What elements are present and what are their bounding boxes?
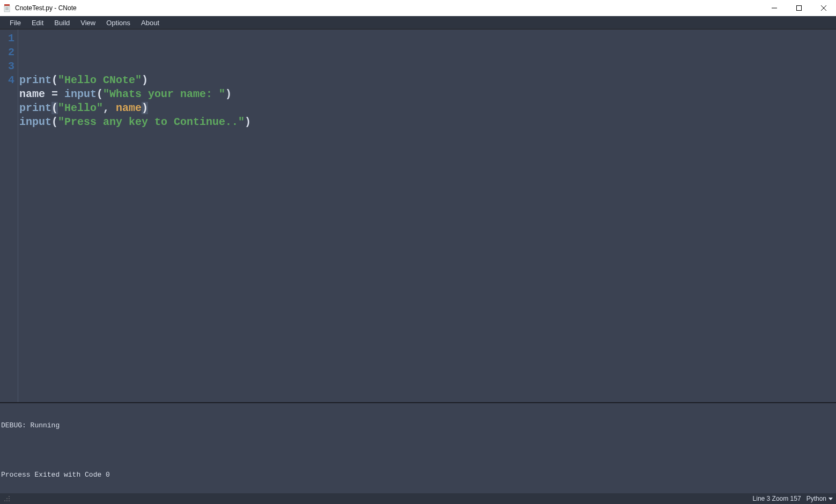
code-token: "Whats your name: " xyxy=(103,88,225,100)
code-token: print xyxy=(19,102,51,114)
line-number: 3 xyxy=(0,60,14,73)
language-selector[interactable]: Python xyxy=(807,495,833,502)
code-token: = xyxy=(51,88,64,100)
code-line[interactable]: print("Hello CNote") xyxy=(19,73,836,87)
code-token: ( xyxy=(97,88,103,100)
code-token: , xyxy=(103,102,116,114)
svg-rect-0 xyxy=(4,4,10,6)
line-number: 4 xyxy=(0,73,14,87)
svg-rect-6 xyxy=(797,6,802,11)
svg-point-11 xyxy=(9,500,10,501)
app-window: CnoteTest.py - CNote File Edit Build Vie… xyxy=(0,0,836,504)
code-token: ) xyxy=(225,88,232,100)
line-number-gutter: 1 2 3 4 xyxy=(0,29,18,402)
svg-rect-1 xyxy=(4,6,10,12)
code-token: print xyxy=(19,74,51,86)
menu-edit[interactable]: Edit xyxy=(26,16,49,29)
menu-about[interactable]: About xyxy=(136,16,165,29)
maximize-button[interactable] xyxy=(787,0,811,16)
close-button[interactable] xyxy=(811,0,836,16)
console-line: Process Exited with Code 0 xyxy=(1,471,835,479)
svg-point-9 xyxy=(4,500,5,501)
editor[interactable]: 1 2 3 4 print("Hello CNote")name = input… xyxy=(0,29,836,402)
status-line-zoom: Line 3 Zoom 157 xyxy=(753,495,801,502)
titlebar[interactable]: CnoteTest.py - CNote xyxy=(0,0,836,16)
svg-point-14 xyxy=(9,496,10,497)
output-console[interactable]: DEBUG: Running Process Exited with Code … xyxy=(0,402,836,493)
menu-options[interactable]: Options xyxy=(101,16,136,29)
minimize-button[interactable] xyxy=(762,0,787,16)
code-token: input xyxy=(19,116,51,128)
menu-build[interactable]: Build xyxy=(49,16,75,29)
app-icon xyxy=(3,4,12,12)
statusbar: Line 3 Zoom 157 Python xyxy=(0,493,836,504)
code-token: ) xyxy=(245,116,251,128)
code-line[interactable]: print("Hello", name) xyxy=(19,101,836,115)
code-line[interactable]: input("Press any key to Continue..") xyxy=(19,115,836,129)
code-token: name xyxy=(19,88,51,100)
code-token: input xyxy=(64,88,97,100)
window-title: CnoteTest.py - CNote xyxy=(15,4,77,12)
svg-point-13 xyxy=(9,498,10,499)
code-token: "Hello CNote" xyxy=(58,74,142,86)
code-token: ( xyxy=(51,102,58,114)
console-line xyxy=(1,446,835,455)
code-token: name xyxy=(116,102,142,114)
code-token: ( xyxy=(51,74,58,86)
menubar: File Edit Build View Options About xyxy=(0,16,836,29)
svg-point-12 xyxy=(6,498,8,499)
code-token: "Hello" xyxy=(58,102,103,114)
menu-file[interactable]: File xyxy=(4,16,26,29)
code-token: ) xyxy=(142,74,148,86)
svg-point-10 xyxy=(6,500,8,501)
line-number: 2 xyxy=(0,46,14,60)
code-area[interactable]: print("Hello CNote")name = input("Whats … xyxy=(18,29,836,402)
line-number: 1 xyxy=(0,32,14,46)
code-token: "Press any key to Continue.." xyxy=(58,116,245,128)
menu-view[interactable]: View xyxy=(75,16,101,29)
code-token: ) xyxy=(142,102,148,114)
resize-grip-icon[interactable] xyxy=(3,495,11,502)
code-token: ( xyxy=(51,116,58,128)
console-line: DEBUG: Running xyxy=(1,421,835,430)
code-line[interactable]: name = input("Whats your name: ") xyxy=(19,87,836,101)
